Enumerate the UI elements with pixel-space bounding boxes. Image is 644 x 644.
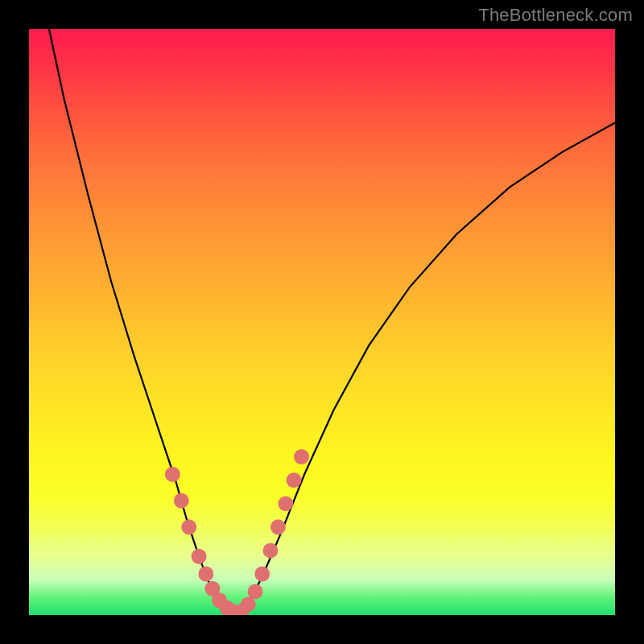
data-marker xyxy=(248,584,263,599)
right-branch-curve xyxy=(234,122,615,612)
data-marker xyxy=(165,467,180,482)
data-marker xyxy=(254,567,270,582)
data-marker xyxy=(241,597,256,612)
data-marker xyxy=(270,519,286,535)
data-marker xyxy=(174,493,189,509)
data-marker xyxy=(287,473,302,488)
left-branch-curve xyxy=(47,29,234,612)
data-marker xyxy=(294,449,309,464)
data-markers xyxy=(165,449,309,615)
data-marker xyxy=(198,567,213,582)
data-marker xyxy=(192,549,207,564)
watermark-label: TheBottleneck.com xyxy=(478,5,633,26)
data-marker xyxy=(262,543,278,558)
data-marker xyxy=(181,519,196,535)
data-marker xyxy=(278,496,293,511)
plot-area xyxy=(29,29,615,615)
chart-svg xyxy=(29,29,615,615)
